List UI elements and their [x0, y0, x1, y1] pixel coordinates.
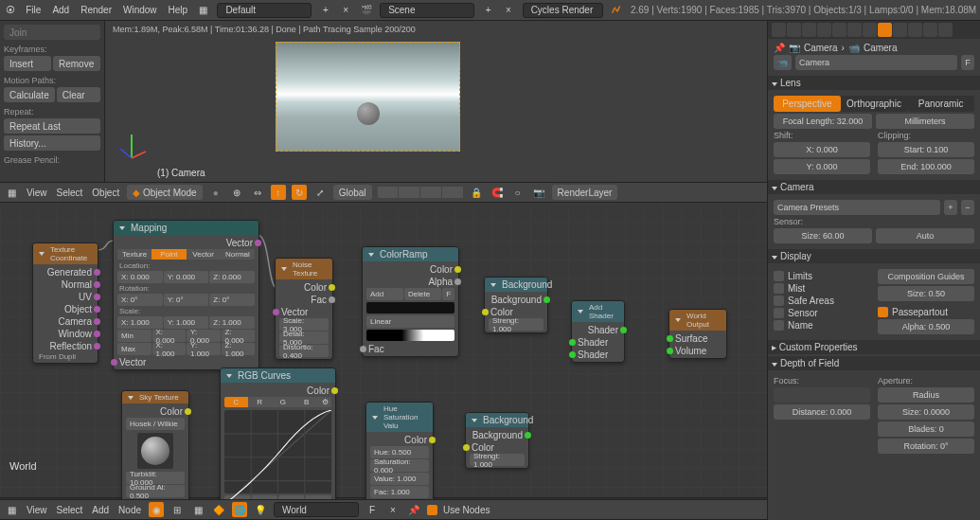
screen-layout-dropdown[interactable]: Default	[217, 3, 312, 18]
scene-dropdown[interactable]: Scene	[380, 3, 474, 18]
world-button[interactable]: 🌐	[232, 502, 247, 517]
focus-object-field[interactable]	[774, 387, 870, 403]
alpha-field[interactable]: Alpha: 0.500	[878, 319, 974, 334]
snap-icon[interactable]: 🧲	[490, 185, 505, 200]
menu-help[interactable]: Help	[167, 5, 190, 15]
prop-renderlayer-icon[interactable]	[787, 23, 801, 37]
menu-render[interactable]: Render	[79, 5, 114, 15]
render-view-icon[interactable]: 📷	[531, 185, 546, 200]
mist-checkbox[interactable]	[774, 283, 784, 294]
node-noise[interactable]: Noise Texture Color Fac Vector Scale: 3.…	[275, 258, 333, 360]
pivot-icon[interactable]: ⊕	[229, 185, 244, 200]
render-viewport[interactable]: Mem:1.89M, Peak:6.58M | Time:01:36.28 | …	[104, 21, 857, 182]
tab-perspective[interactable]: Perspective	[774, 96, 841, 112]
prop-modifier-icon[interactable]	[863, 23, 877, 37]
node-rgbcurves[interactable]: RGB Curves Color C R G B ⚙ X: 1.00000Y: …	[220, 368, 336, 520]
sock-add-in1[interactable]: Shader	[576, 336, 620, 348]
blender-icon[interactable]: ⦿	[4, 3, 16, 18]
node-texcoord[interactable]: Texture Coordinate Generated Normal UV O…	[32, 242, 98, 364]
sock-noise-fac[interactable]: Fac	[279, 294, 329, 305]
prop-constraint-icon[interactable]	[847, 23, 862, 37]
sock-object[interactable]: Object	[37, 303, 94, 314]
render-engine-dropdown[interactable]: Cycles Render	[523, 3, 603, 18]
layer-buttons[interactable]	[378, 187, 463, 198]
limits-checkbox[interactable]	[774, 271, 784, 281]
safe-checkbox[interactable]	[774, 296, 784, 306]
node-colorramp-header[interactable]: ColorRamp	[363, 247, 458, 261]
display-size-field[interactable]: Size: 0.50	[878, 286, 974, 301]
sensor-size-field[interactable]: Size: 60.00	[774, 228, 872, 243]
clip-end-field[interactable]: End: 100.000	[878, 159, 974, 174]
ne-add[interactable]: Add	[90, 505, 111, 515]
join-button[interactable]: Join	[4, 25, 100, 40]
lamp-button[interactable]: 💡	[253, 502, 268, 517]
max-chk[interactable]: Max	[117, 343, 151, 355]
repeat-last-button[interactable]: Repeat Last	[4, 118, 100, 134]
layout-icon[interactable]: ▦	[197, 3, 209, 18]
preset-add[interactable]: +	[944, 200, 957, 215]
node-mapping-header[interactable]: Mapping	[114, 221, 258, 235]
sock-out-volume[interactable]: Volume	[673, 345, 722, 356]
sock-cr-alpha[interactable]: Alpha	[366, 276, 454, 287]
sock-noise-color[interactable]: Color	[279, 281, 329, 293]
dof-header[interactable]: Depth of Field	[768, 356, 980, 370]
pin-icon[interactable]: 📌	[406, 502, 421, 517]
cr-f[interactable]: F	[442, 288, 454, 300]
node-hsv-header[interactable]: Hue Saturation Valu	[366, 403, 433, 432]
prop-material-icon[interactable]	[893, 23, 907, 37]
mode-dropdown[interactable]: ◆ Object Mode	[127, 185, 202, 200]
rgb-tabs[interactable]: C R G B ⚙	[224, 397, 331, 407]
node-output-header[interactable]: World Output	[669, 310, 726, 331]
scene-icon[interactable]: 🎬	[360, 3, 372, 18]
manipulator-toggle-icon[interactable]: ⇔	[250, 185, 265, 200]
tab-point[interactable]: Point	[151, 249, 186, 260]
custom-header[interactable]: ▸ Custom Properties	[768, 340, 980, 354]
rot-y[interactable]: Y: 0°	[164, 294, 209, 306]
max-x[interactable]: X: 1.000	[152, 343, 187, 355]
proportional-icon[interactable]: ○	[510, 185, 526, 200]
menu-add[interactable]: Add	[50, 5, 71, 15]
prop-physics-icon[interactable]	[938, 23, 953, 37]
camera-header[interactable]: Camera	[768, 180, 980, 194]
bg1-strength[interactable]: Strengt: 1.000	[489, 318, 543, 331]
bg2-strength[interactable]: Strengt: 1.000	[470, 454, 525, 466]
node-sky-header[interactable]: Sky Texture	[122, 391, 188, 403]
sock-normal[interactable]: Normal	[37, 278, 94, 290]
prop-data-icon[interactable]	[878, 23, 892, 37]
cr-delete[interactable]: Delete	[404, 288, 441, 300]
node-sky[interactable]: Sky Texture Color Hosek / Wilkie Turbidi…	[121, 390, 189, 512]
remove-keyframe-button[interactable]: Remove	[53, 56, 100, 71]
node-mapping[interactable]: Mapping Vector Texture Point Vector Norm…	[113, 220, 259, 370]
node-bg2-header[interactable]: Background	[466, 413, 528, 427]
use-nodes-checkbox[interactable]	[427, 505, 437, 515]
prop-particle-icon[interactable]	[923, 23, 937, 37]
aperture-blades-field[interactable]: Blades: 0	[878, 421, 974, 437]
sensor-checkbox[interactable]	[774, 308, 784, 318]
sock-vector-in[interactable]: Vector	[117, 356, 255, 368]
node-background2[interactable]: Background Background Color Strengt: 1.0…	[465, 412, 529, 469]
tab-c[interactable]: C	[224, 397, 248, 407]
max-y[interactable]: Y: 1.000	[187, 343, 221, 355]
close-layout-icon[interactable]: ×	[340, 3, 352, 18]
camera-name-field[interactable]: Camera	[795, 55, 957, 70]
clear-button[interactable]: Clear	[57, 87, 100, 102]
aperture-type-dropdown[interactable]: Radius	[878, 387, 974, 403]
vh-object[interactable]: Object	[90, 188, 121, 198]
node-hsv[interactable]: Hue Saturation Valu Color Hue: 0.500 Sat…	[365, 402, 434, 513]
lens-type-tabs[interactable]: Perspective Orthographic Panoramic	[774, 96, 974, 112]
tab-vector[interactable]: Vector	[187, 249, 221, 260]
tab-normal[interactable]: Normal	[221, 249, 255, 260]
sock-noise-vector[interactable]: Vector	[279, 306, 329, 317]
tab-r[interactable]: R	[248, 397, 272, 407]
sock-reflection[interactable]: Reflection	[37, 340, 94, 351]
loc-x[interactable]: X: 0.000	[117, 271, 163, 283]
ne-select[interactable]: Select	[55, 505, 85, 515]
node-background1[interactable]: Background Background Color Strengt: 1.0…	[484, 277, 548, 333]
sock-cr-fac[interactable]: Fac	[366, 343, 454, 354]
breadcrumb-obj[interactable]: Camera	[804, 43, 838, 53]
cr-add[interactable]: Add	[366, 288, 403, 300]
tab-texture[interactable]: Texture	[117, 249, 151, 260]
sock-generated[interactable]: Generated	[37, 266, 94, 278]
shift-y-field[interactable]: Y: 0.000	[774, 159, 870, 174]
translate-gizmo-button[interactable]: ↕	[271, 185, 286, 200]
